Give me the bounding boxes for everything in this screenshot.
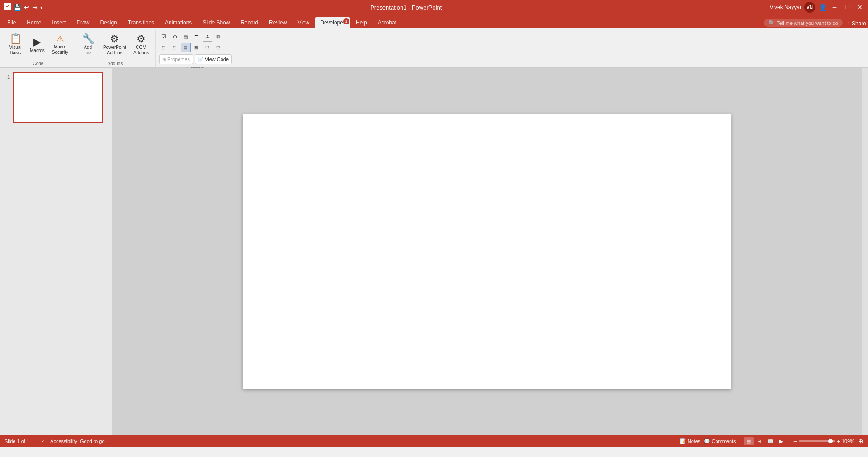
comments-button[interactable]: 💬 Comments <box>704 438 736 444</box>
scrollbar-control-btn[interactable]: ▥ <box>213 32 223 42</box>
powerpoint-addins-button[interactable]: ⚙ PowerPointAdd-ins <box>100 30 129 59</box>
image-control-btn[interactable]: ▤ <box>181 43 191 52</box>
macros-button[interactable]: ▶ Macros <box>27 30 47 59</box>
tab-review[interactable]: Review <box>264 17 292 28</box>
radio-control-btn[interactable]: ⊙ <box>170 32 180 42</box>
main-area: 1 <box>0 68 868 435</box>
share-icon: ↑ <box>847 20 850 27</box>
tab-developer[interactable]: Developer 1 <box>315 17 350 28</box>
addins-group-label: Add-ins <box>79 61 151 67</box>
tab-record[interactable]: Record <box>235 17 264 28</box>
accessibility-icon: ✓ <box>41 438 45 444</box>
zoom-in-button[interactable]: + <box>837 438 840 444</box>
com-addins-label: COMAdd-ins <box>133 45 149 56</box>
spin-control-btn[interactable]: ⬚ <box>159 43 169 52</box>
ribbon-group-controls: ☑ ⊙ ▤ ☰ A ▥ ⬚ ⬚ ▤ ▩ ⬚ ⬚ ⊞ Properties <box>156 30 236 67</box>
properties-button[interactable]: ⊞ Properties <box>159 54 193 64</box>
macro-security-button[interactable]: ⚠ MacroSecurity <box>49 30 71 59</box>
title-bar-left: 🅿 💾 ↩ ↪ ▾ <box>4 3 42 11</box>
zoom-out-button[interactable]: ─ <box>794 438 797 444</box>
code-group-label: Code <box>5 61 71 67</box>
add-ins-button[interactable]: 🔧 Add-ins <box>79 30 99 59</box>
reading-view-button[interactable]: 📖 <box>765 437 775 445</box>
slide-thumbnail[interactable] <box>13 72 103 123</box>
notes-button[interactable]: 📝 Notes <box>680 438 701 444</box>
save-quick-btn[interactable]: 💾 <box>14 4 21 11</box>
tab-acrobat[interactable]: Acrobat <box>373 17 402 28</box>
more-control-btn1[interactable]: ⬚ <box>203 43 212 52</box>
controls-row-2: ⬚ ⬚ ▤ ▩ ⬚ ⬚ <box>159 43 223 52</box>
slides-panel: 1 <box>0 68 112 435</box>
visual-basic-button[interactable]: 📋 VisualBasic <box>5 30 25 59</box>
add-ins-icon: 🔧 <box>82 34 94 44</box>
share-button[interactable]: ↑ Share <box>847 20 866 27</box>
status-sep3 <box>790 438 790 444</box>
slide-item[interactable]: 1 <box>2 71 110 124</box>
search-box[interactable]: 🔍 Tell me what you want to do <box>764 19 843 27</box>
addins-group-content: 🔧 Add-ins ⚙ PowerPointAdd-ins ⚙ COMAdd-i… <box>79 30 151 61</box>
powerpoint-addins-label: PowerPointAdd-ins <box>103 45 126 56</box>
macros-icon: ▶ <box>33 37 41 47</box>
tab-transitions[interactable]: Transitions <box>123 17 160 28</box>
redo-quick-btn[interactable]: ↪ <box>32 4 38 11</box>
user-avatar: VN <box>804 2 815 13</box>
slide-info: Slide 1 of 1 <box>5 438 29 444</box>
fit-slide-button[interactable]: ⊕ <box>858 438 863 445</box>
view-code-button[interactable]: 📄 View Code <box>195 54 232 64</box>
status-sep2 <box>740 438 740 444</box>
vertical-scrollbar[interactable] <box>862 68 868 435</box>
controls-row-1: ☑ ⊙ ▤ ☰ A ▥ <box>159 32 223 42</box>
status-bar-right: 📝 Notes 💬 Comments ▤ ⊞ 📖 ▶ ─ + 109% ⊕ <box>680 437 863 445</box>
view-code-icon: 📄 <box>198 57 203 62</box>
slide-sorter-button[interactable]: ⊞ <box>755 437 764 445</box>
view-buttons: ▤ ⊞ 📖 ▶ <box>744 437 786 445</box>
restore-button[interactable]: ❐ <box>843 3 852 12</box>
tab-home[interactable]: Home <box>21 17 47 28</box>
more-control-btn2[interactable]: ⬚ <box>213 43 223 52</box>
zoom-level: 109% <box>842 438 854 444</box>
developer-badge: 1 <box>343 18 349 24</box>
undo-quick-btn[interactable]: ↩ <box>24 4 29 11</box>
profile-icon[interactable]: 👤 <box>819 4 826 11</box>
slide-number: 1 <box>3 72 10 80</box>
tab-view[interactable]: View <box>292 17 315 28</box>
textbox-control-btn[interactable]: A <box>203 32 212 42</box>
tab-design[interactable]: Design <box>94 17 122 28</box>
ribbon-group-addins: 🔧 Add-ins ⚙ PowerPointAdd-ins ⚙ COMAdd-i… <box>75 30 156 67</box>
tab-file[interactable]: File <box>2 17 21 28</box>
macro-security-label: MacroSecurity <box>52 44 68 55</box>
visual-basic-icon: 📋 <box>9 34 22 44</box>
normal-view-button[interactable]: ▤ <box>744 437 754 445</box>
app-icon: 🅿 <box>4 3 11 11</box>
notes-icon: 📝 <box>680 438 686 444</box>
slide-canvas[interactable] <box>243 114 731 389</box>
combo-control-btn[interactable]: ▤ <box>181 32 191 42</box>
properties-icon: ⊞ <box>162 57 166 62</box>
minimize-button[interactable]: ─ <box>830 3 839 12</box>
tab-slideshow[interactable]: Slide Show <box>197 17 235 28</box>
tab-draw[interactable]: Draw <box>71 17 94 28</box>
zoom-slider[interactable] <box>799 440 835 442</box>
accessibility-status: Accessibility: Good to go <box>50 438 104 444</box>
close-button[interactable]: ✕ <box>855 3 864 12</box>
tab-animations[interactable]: Animations <box>160 17 197 28</box>
list-control-btn[interactable]: ☰ <box>192 32 202 42</box>
status-bar-left: Slide 1 of 1 ✓ Accessibility: Good to go <box>5 438 675 444</box>
powerpoint-addins-icon: ⚙ <box>110 34 119 44</box>
tab-insert[interactable]: Insert <box>47 17 71 28</box>
com-addins-button[interactable]: ⚙ COMAdd-ins <box>131 30 151 59</box>
toggle-control-btn[interactable]: ▩ <box>192 43 202 52</box>
controls-row-3: ⊞ Properties 📄 View Code <box>159 54 232 64</box>
share-label: Share <box>852 20 866 27</box>
checkbox-control-btn[interactable]: ☑ <box>159 32 169 42</box>
com-addins-icon: ⚙ <box>137 34 146 44</box>
tab-help[interactable]: Help <box>350 17 373 28</box>
window-title: Presentation1 - PowerPoint <box>42 4 770 11</box>
ribbon-tabs: File Home Insert Draw Design Transitions… <box>0 14 868 28</box>
ribbon-group-code: 📋 VisualBasic ▶ Macros ⚠ MacroSecurity C… <box>2 30 75 67</box>
ribbon: 📋 VisualBasic ▶ Macros ⚠ MacroSecurity C… <box>0 28 868 68</box>
zoom-thumb <box>828 439 833 443</box>
comments-label: Comments <box>712 438 736 444</box>
command-control-btn[interactable]: ⬚ <box>170 43 180 52</box>
slideshow-view-button[interactable]: ▶ <box>776 437 786 445</box>
